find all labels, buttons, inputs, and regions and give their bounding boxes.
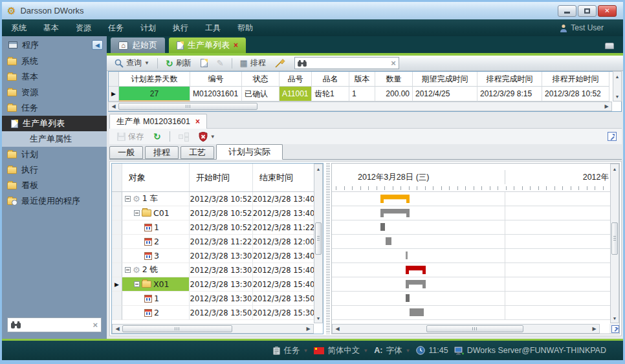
menu-tools[interactable]: 工具 [205, 23, 221, 34]
clean-button[interactable] [272, 58, 288, 69]
refresh-button[interactable]: 刷新 [163, 56, 194, 70]
tree-horizontal-scrollbar[interactable]: ◀ ▶ [112, 324, 314, 334]
tree-row-c01[interactable]: C01 2012/3/28 10:52 2012/3/28 13:40 [112, 206, 314, 220]
scroll-thumb[interactable] [122, 325, 232, 332]
collapse-expander-icon[interactable] [125, 196, 131, 202]
gantt-bar-task[interactable] [386, 237, 391, 245]
scroll-left-icon[interactable]: ◀ [113, 325, 122, 333]
task-dropdown[interactable]: 任务 [273, 345, 308, 356]
order-row[interactable]: 27 M012031601 已确认 A11001 齿轮1 1 200.00 20… [109, 87, 621, 102]
col-version[interactable]: 版本 [349, 72, 375, 87]
col-item-no[interactable]: 品号 [280, 72, 312, 87]
sidebar-item-basic[interactable]: 基本 [2, 69, 107, 85]
gantt-bar-task[interactable] [406, 252, 408, 259]
gantt-bar-summary[interactable] [380, 195, 410, 203]
menu-resource[interactable]: 资源 [76, 23, 91, 34]
clear-search-icon[interactable] [391, 58, 396, 68]
tab-start-page[interactable]: 起始页 [111, 37, 165, 53]
scroll-up-icon[interactable]: ▲ [613, 72, 621, 81]
gantt-bar-summary[interactable] [380, 209, 410, 217]
col-sched-start[interactable]: 排程开始时间 [542, 72, 609, 87]
list-search-input[interactable] [309, 59, 388, 68]
gantt-bar-task[interactable] [406, 294, 410, 302]
tree-row-op-1b[interactable]: 1 2012/3/28 13:30 2012/3/28 13:50 [112, 292, 314, 306]
col-object[interactable]: 对象 [122, 164, 190, 191]
gantt-bar-task[interactable] [380, 223, 385, 231]
schedule-button[interactable]: 排程 [237, 56, 269, 70]
sidebar-item-task[interactable]: 任务 [2, 100, 107, 116]
gantt-bar-summary[interactable] [406, 266, 426, 274]
col-item-name[interactable]: 品名 [312, 72, 349, 87]
gantt-horizontal-scrollbar[interactable]: ◀ ▶ [332, 324, 600, 334]
sidebar-item-plan[interactable]: 计划 [2, 147, 107, 162]
scroll-right-icon[interactable]: ▶ [589, 325, 599, 333]
scroll-thumb[interactable] [118, 103, 258, 110]
tree-row-x01-selected[interactable]: ▶ X01 2012/3/28 13:30 2012/3/28 15:40 [112, 277, 314, 292]
cancel-confirm-button[interactable] [196, 131, 218, 143]
sidebar-item-kanban[interactable]: 看板 [2, 178, 107, 193]
detail-refresh-button[interactable] [151, 131, 164, 142]
tree-row-op-2b[interactable]: 2 2012/3/28 13:50 2012/3/28 15:30 [112, 306, 314, 320]
col-expect-finish[interactable]: 期望完成时间 [413, 72, 477, 87]
sidebar-item-resource[interactable]: 资源 [2, 85, 107, 100]
tab-process[interactable]: 工艺 [181, 146, 214, 159]
hierarchy-button[interactable] [176, 131, 192, 142]
open-in-window-icon[interactable] [608, 132, 617, 141]
language-dropdown[interactable]: 简体中文 [314, 345, 368, 356]
new-button[interactable] [198, 58, 210, 69]
pin-icon[interactable] [605, 43, 614, 49]
tree-row-op-2[interactable]: 2 2012/3/28 11:22 2012/3/28 12:00 [112, 235, 314, 249]
scroll-left-icon[interactable]: ◀ [109, 102, 118, 111]
user-badge[interactable]: Test User [560, 23, 614, 32]
col-number[interactable]: 编号 [190, 72, 242, 87]
font-dropdown[interactable]: 字体 [374, 345, 410, 356]
menu-plan[interactable]: 计划 [140, 23, 156, 34]
grid-horizontal-scrollbar[interactable]: ◀ ▶ [108, 102, 612, 111]
close-button[interactable]: ✕ [598, 5, 617, 17]
close-doc-tab-icon[interactable] [195, 117, 200, 126]
sidebar-collapse-button[interactable]: ◀ [92, 40, 103, 50]
panel-splitter[interactable] [326, 163, 330, 334]
scroll-thumb[interactable] [611, 222, 618, 255]
edit-button[interactable] [214, 57, 226, 69]
col-start-time[interactable]: 开始时间 [190, 164, 253, 191]
gantt-bar-task[interactable] [410, 308, 424, 316]
minimize-button[interactable] [558, 5, 576, 17]
menu-basic[interactable]: 基本 [43, 23, 59, 34]
scroll-up-icon[interactable]: ▲ [611, 164, 619, 173]
gantt-expand-button[interactable] [609, 324, 619, 334]
col-plan-diff-days[interactable]: 计划差异天数 [119, 72, 190, 87]
collapse-expander-icon[interactable] [134, 210, 140, 216]
menu-help[interactable]: 帮助 [237, 23, 253, 34]
sidebar-item-recent-programs[interactable]: 最近使用的程序 [2, 193, 107, 209]
sidebar-item-production-order-list[interactable]: 生产单列表 [2, 116, 107, 131]
menu-system[interactable]: 系统 [11, 23, 27, 34]
query-button[interactable]: 查询 [112, 56, 152, 70]
close-tab-icon[interactable] [234, 41, 238, 50]
tree-row-op-3[interactable]: 3 2012/3/28 13:30 2012/3/28 13:40 [112, 249, 314, 263]
gantt-vertical-scrollbar[interactable]: ▲ ▼ [610, 164, 619, 323]
col-status[interactable]: 状态 [242, 72, 280, 87]
tab-schedule[interactable]: 排程 [145, 146, 179, 159]
tree-row-machine-2[interactable]: 2 铣 2012/3/28 13:30 2012/3/28 15:40 [112, 263, 314, 277]
tab-general[interactable]: 一般 [109, 146, 143, 159]
col-qty[interactable]: 数量 [375, 72, 413, 87]
tab-plan-vs-actual[interactable]: 计划与实际 [216, 144, 283, 160]
gantt-bar-summary[interactable] [406, 280, 426, 288]
sidebar-item-production-order-props[interactable]: 生产单属性 [2, 131, 107, 147]
scroll-up-icon[interactable]: ▲ [314, 164, 322, 173]
sidebar-item-system[interactable]: 系统 [2, 54, 107, 69]
clear-search-icon[interactable] [93, 320, 98, 330]
detail-doc-tab[interactable]: 生产单 M012031601 [109, 114, 207, 129]
collapse-expander-icon[interactable] [125, 267, 131, 273]
scroll-right-icon[interactable]: ▶ [303, 325, 313, 333]
menu-task[interactable]: 任务 [108, 23, 124, 34]
menu-execute[interactable]: 执行 [173, 23, 188, 34]
grid-vertical-scrollbar[interactable]: ▲ ▼ [613, 71, 622, 102]
collapse-expander-icon[interactable] [134, 281, 140, 287]
scroll-down-icon[interactable]: ▼ [611, 314, 619, 323]
col-end-time[interactable]: 结束时间 [253, 164, 315, 191]
tree-vertical-scrollbar[interactable]: ▲ ▼ [314, 164, 323, 323]
sidebar-search-input[interactable] [24, 321, 89, 330]
col-sched-finish[interactable]: 排程完成时间 [477, 72, 542, 87]
